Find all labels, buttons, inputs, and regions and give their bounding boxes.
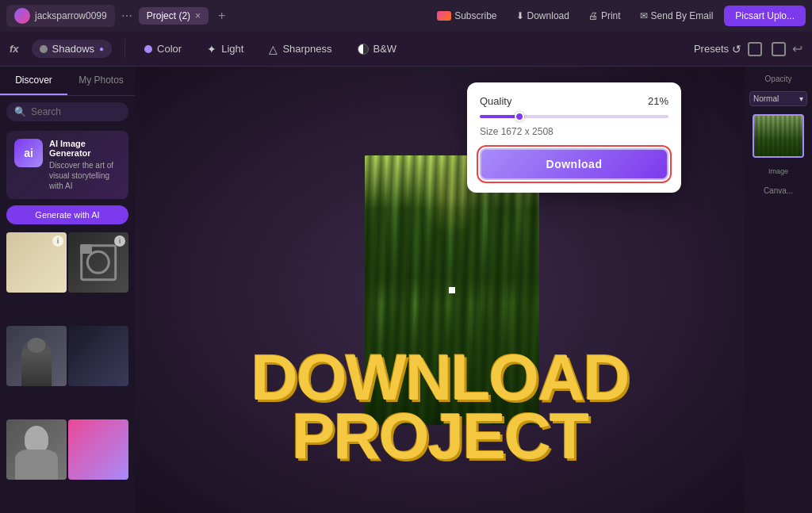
aspect-ratio-icon[interactable] [772,42,786,56]
print-button[interactable]: 🖨 Print [580,6,629,25]
main-area: Discover My Photos 🔍 ai AI Image Generat… [0,67,812,513]
overlay-text: DOWNLOAD PROJECT [135,348,745,465]
bw-button[interactable]: B&W [351,40,404,58]
new-tab-button[interactable]: + [212,9,232,23]
crop-icon[interactable] [748,42,762,56]
canvas-area: DOWNLOAD PROJECT Quality 21% Size 1672 x… [135,67,745,513]
subscribe-button[interactable]: Subscribe [429,6,504,25]
overlay-line2: PROJECT [135,407,745,465]
size-label: Size 1672 x 2508 [480,126,668,137]
photo-thumb-dark[interactable] [68,326,128,386]
quality-slider[interactable] [480,115,668,118]
bw-icon [358,44,369,55]
presets-icon: ↺ [732,43,741,56]
tab-discover[interactable]: Discover [0,67,67,95]
color-dot-icon [144,45,152,53]
right-toolbar: Presets ↺ ↩ [694,41,802,56]
quality-row: Quality 21% [480,95,668,107]
quality-slider-thumb[interactable] [515,112,524,121]
search-wrap[interactable]: 🔍 [6,102,128,121]
popup-download-button[interactable]: Download [480,148,668,180]
color-button[interactable]: Color [138,40,188,58]
light-button[interactable]: ✦ Light [201,40,250,59]
picsart-upload-button[interactable]: Picsart Uplo... [724,6,806,26]
right-sidebar: Opacity Normal ▾ Image Canva... [745,67,812,513]
canvas-label: Canva... [764,186,793,195]
overlay-line1: DOWNLOAD [135,348,745,407]
quality-label: Quality [480,95,511,107]
photo-thumb-floral[interactable]: i [6,232,67,293]
ai-banner: ai AI Image Generator Discover the art o… [6,131,128,199]
sidebar-tabs: Discover My Photos [0,67,135,96]
search-icon: 🔍 [14,106,26,117]
print-icon: 🖨 [588,10,598,21]
sharpness-button[interactable]: △ Sharpness [262,40,338,59]
photo-thumb-person[interactable] [6,326,67,386]
image-layer-label: Image [768,167,788,175]
search-input[interactable] [31,106,121,117]
camera-flash [80,244,92,253]
email-icon: ✉ [640,10,648,21]
top-bar: jacksparrow0099 ⋯ Project (2) × + Subscr… [0,0,812,32]
download-button[interactable]: ⬇ Download [508,6,577,25]
toolbar-separator [124,40,125,59]
sharpness-icon: △ [269,43,278,56]
opacity-label: Opacity [749,75,807,83]
ai-title: AI Image Generator [49,139,121,158]
quality-slider-fill [480,115,519,118]
shadows-toggle-icon: ● [99,44,104,53]
shadows-dot-icon [40,45,48,53]
ai-description: Discover the art of visual storytelling … [49,160,121,191]
info-icon: i [52,235,63,247]
tab-myphotos[interactable]: My Photos [67,67,135,95]
photo-thumb-camera[interactable]: i [68,232,128,293]
blend-mode-select[interactable]: Normal ▾ [749,91,807,106]
quality-value: 21% [648,95,668,107]
user-tab-label: jacksparrow0099 [35,10,107,21]
sidebar-search: 🔍 [0,96,135,128]
photo-grid: i i [0,231,135,513]
left-sidebar: Discover My Photos 🔍 ai AI Image Generat… [0,67,135,513]
light-icon: ✦ [207,43,216,56]
opacity-section: Opacity [749,75,807,83]
user-avatar [14,8,30,24]
effects-toolbar: fx Shadows ● Color ✦ Light △ Sharpness B… [0,32,812,67]
tab-menu-dots[interactable]: ⋯ [118,10,136,22]
photo-thumb-gradient[interactable] [68,419,128,480]
shadows-button[interactable]: Shadows ● [32,40,113,58]
user-tab[interactable]: jacksparrow0099 [6,5,115,27]
layer-thumbnail[interactable] [753,114,804,158]
project-tab-label: Project (2) [147,10,190,21]
ai-icon: ai [14,139,43,167]
close-tab-icon[interactable]: × [195,10,201,21]
photo-thumb-bw-portrait[interactable] [6,419,67,480]
project-tab[interactable]: Project (2) × [139,7,209,25]
download-icon: ⬇ [516,10,524,21]
download-popup: Quality 21% Size 1672 x 2508 Download [467,82,681,193]
send-email-button[interactable]: ✉ Send By Email [632,6,722,25]
presets-button[interactable]: Presets ↺ [694,43,741,56]
subscribe-icon [437,11,451,21]
chevron-down-icon: ▾ [799,94,803,103]
ai-text: AI Image Generator Discover the art of v… [49,139,121,191]
fx-button[interactable]: fx [10,43,19,55]
ai-generate-button[interactable]: Generate with AI [6,205,128,224]
rotate-icon[interactable]: ↩ [792,41,802,56]
top-right-actions: Subscribe ⬇ Download 🖨 Print ✉ Send By E… [429,6,806,26]
